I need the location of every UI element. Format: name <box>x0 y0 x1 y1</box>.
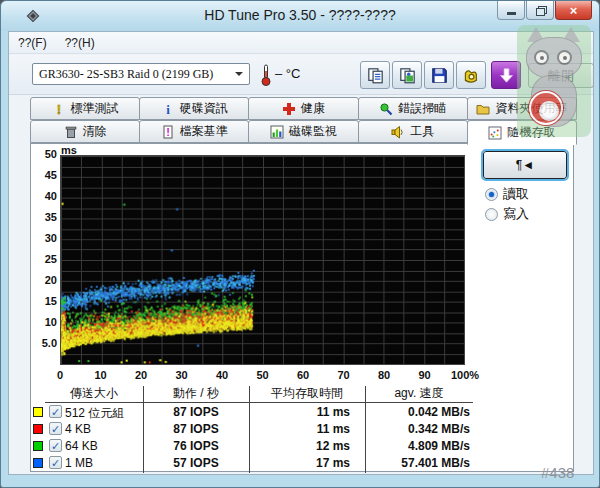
series-checkbox[interactable]: ✓ <box>49 422 62 435</box>
minimize-icon <box>507 12 516 15</box>
tab-strip: !標準測試i硬碟資訊健康錯誤掃瞄資料夾使用率 清除!檔案基準磁碟監視工具隨機存取 <box>30 97 576 143</box>
radio-write[interactable]: 寫入 <box>485 205 529 223</box>
tab-label: 錯誤掃瞄 <box>398 100 446 117</box>
drive-selector[interactable]: GR3630- 2S-SB3 Raid 0 (2199 GB) <box>32 63 250 85</box>
tab-label: 磁碟監視 <box>289 123 337 140</box>
series-color-swatch <box>33 424 43 434</box>
tab-file-exclamation[interactable]: !檔案基準 <box>139 120 249 143</box>
tab-folder[interactable]: 資料夾使用率 <box>467 97 577 120</box>
title-bar[interactable]: HD Tune Pro 3.50 - ????-???? × <box>1 1 599 31</box>
iops-value: 87 IOPS <box>143 422 249 436</box>
tab-row-2: 清除!檔案基準磁碟監視工具隨機存取 <box>30 120 576 143</box>
page-number-watermark: #438 <box>541 464 574 481</box>
copy-image-icon <box>399 67 416 84</box>
tab-speaker[interactable]: 工具 <box>358 120 468 143</box>
chevron-down-icon <box>235 72 243 80</box>
menu-file[interactable]: ??(F) <box>9 33 56 53</box>
tab-bar-chart[interactable]: 磁碟監視 <box>248 120 358 143</box>
tab-exclamation[interactable]: !標準測試 <box>30 97 140 120</box>
x-tick-label: 100% <box>443 369 487 381</box>
menu-bar: ??(F) ??(H) <box>9 32 593 54</box>
y-tick-label: 30 <box>31 232 57 246</box>
transfer-size-label: 64 KB <box>65 439 98 453</box>
radio-write-label: 寫入 <box>503 205 529 223</box>
health-cross-icon <box>282 102 296 116</box>
minimize-button[interactable] <box>497 1 525 20</box>
exit-button[interactable]: 離開 <box>528 63 594 88</box>
y-tick-label: 25 <box>31 253 57 267</box>
y-tick-label: 15 <box>31 295 57 309</box>
y-tick-label: 20 <box>31 274 57 288</box>
x-tick-label: 20 <box>119 369 163 381</box>
series-color-swatch <box>33 458 43 468</box>
down-arrow-icon <box>498 67 515 84</box>
radio-read-icon <box>485 188 498 201</box>
y-tick-label: 5.0 <box>31 337 57 351</box>
y-tick-label: 35 <box>31 211 57 225</box>
series-color-swatch <box>33 407 43 417</box>
scatter-icon <box>488 126 502 140</box>
series-checkbox[interactable]: ✓ <box>49 405 62 418</box>
speed-value: 0.042 MB/s <box>365 405 470 419</box>
radio-read[interactable]: 讀取 <box>485 185 529 203</box>
download-button[interactable] <box>491 61 521 89</box>
svg-text:i: i <box>166 102 170 116</box>
restore-icon <box>536 6 545 14</box>
copy-image-button[interactable] <box>392 61 422 89</box>
y-tick-label: 10 <box>31 316 57 330</box>
access-time-value: 11 ms <box>249 422 350 436</box>
trash-icon <box>64 125 78 139</box>
series-checkbox[interactable]: ✓ <box>49 439 62 452</box>
toolbar: GR3630- 2S-SB3 Raid 0 (2199 GB) – °C 離開 <box>9 55 593 95</box>
tab-label: 清除 <box>83 123 107 140</box>
transfer-size-label: 512 位元組 <box>65 405 124 422</box>
tab-label: 隨機存取 <box>507 124 555 141</box>
x-tick-label: 10 <box>79 369 123 381</box>
iops-value: 57 IOPS <box>143 456 249 470</box>
x-tick-label: 90 <box>403 369 447 381</box>
table-row: ✓512 位元組87 IOPS11 ms0.042 MB/s <box>31 404 573 421</box>
tab-label: 硬碟資訊 <box>180 100 228 117</box>
folder-icon <box>476 102 490 116</box>
screenshot-button[interactable] <box>456 61 486 89</box>
speed-value: 4.809 MB/s <box>365 439 470 453</box>
save-button[interactable] <box>424 61 454 89</box>
exclamation-icon: ! <box>52 102 66 116</box>
maximize-button[interactable] <box>526 1 554 20</box>
x-tick-label: 30 <box>160 369 204 381</box>
floppy-icon <box>431 67 448 84</box>
svg-text:!: ! <box>56 102 60 116</box>
tab-trash[interactable]: 清除 <box>30 120 140 143</box>
radio-read-label: 讀取 <box>503 185 529 203</box>
y-tick-label: 40 <box>31 190 57 204</box>
tab-scatter[interactable]: 隨機存取 <box>467 120 577 145</box>
tab-label: 健康 <box>301 100 325 117</box>
series-checkbox[interactable]: ✓ <box>49 456 62 469</box>
tab-magnifier[interactable]: 錯誤掃瞄 <box>358 97 468 120</box>
menu-help[interactable]: ??(H) <box>56 33 104 53</box>
random-access-panel: ms 5045403530252015105.0 010203040506070… <box>30 143 574 472</box>
close-button[interactable]: × <box>555 1 592 20</box>
tab-health-cross[interactable]: 健康 <box>248 97 358 120</box>
drive-selector-value: GR3630- 2S-SB3 Raid 0 (2199 GB) <box>39 67 235 82</box>
access-time-value: 11 ms <box>249 405 350 419</box>
tab-info[interactable]: i硬碟資訊 <box>139 97 249 120</box>
x-axis-ticks: 0102030405060708090100% <box>60 369 465 383</box>
header-avg-access-time: 平均存取時間 <box>249 385 365 402</box>
table-row: ✓1 MB57 IOPS17 ms57.401 MB/s <box>31 455 573 472</box>
y-tick-label: 45 <box>31 169 57 183</box>
temperature-value: – °C <box>275 66 300 81</box>
start-button[interactable]: ¶◄ <box>483 151 567 179</box>
bar-chart-icon <box>270 125 284 139</box>
camera-icon <box>463 67 480 84</box>
series-color-swatch <box>33 441 43 451</box>
x-tick-label: 50 <box>241 369 285 381</box>
file-exclamation-icon: ! <box>161 125 175 139</box>
copy-icon <box>367 67 384 84</box>
copy-text-button[interactable] <box>360 61 390 89</box>
x-tick-label: 80 <box>362 369 406 381</box>
tab-label: 標準測試 <box>71 100 119 117</box>
access-time-scatter-plot <box>60 155 465 365</box>
table-header-rule <box>45 402 473 403</box>
tab-label: 檔案基準 <box>180 123 228 140</box>
